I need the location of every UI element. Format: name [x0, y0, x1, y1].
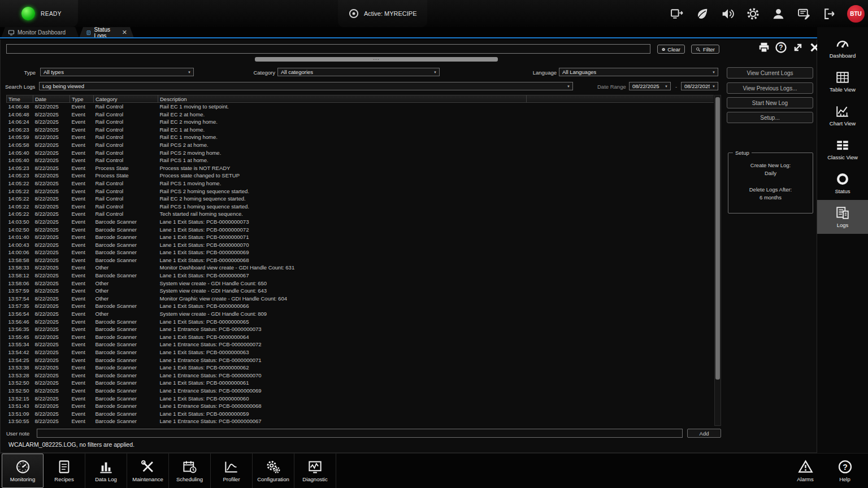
- nav-item-monitoring[interactable]: Monitoring: [2, 454, 44, 488]
- table-row[interactable]: 13:57:358/22/2025EventBarcode ScannerLan…: [7, 302, 714, 310]
- clear-button[interactable]: Clear: [657, 45, 685, 54]
- nav-item-profiler[interactable]: Profiler: [211, 454, 253, 488]
- splitter-grip[interactable]: ...: [255, 57, 498, 62]
- search-logs-dropdown[interactable]: Log being viewed ▼: [39, 82, 573, 90]
- table-row[interactable]: 14:05:408/22/2025EventRail ControlRail P…: [7, 156, 714, 164]
- scrollbar-thumb[interactable]: [715, 97, 720, 380]
- top-bar: READY Active: MYRECIPE: [0, 0, 868, 27]
- table-row[interactable]: 14:06:488/22/2025EventRail ControlRail E…: [7, 103, 714, 111]
- log-search-input[interactable]: [6, 44, 650, 54]
- sidebar-item-status[interactable]: Status: [817, 166, 868, 200]
- alarms-button[interactable]: Alarms: [785, 454, 825, 488]
- column-header-empty[interactable]: [527, 95, 714, 103]
- user-note-input[interactable]: [37, 429, 683, 438]
- language-dropdown[interactable]: All Languages ▼: [559, 68, 718, 76]
- table-row[interactable]: 13:58:068/22/2025EventOtherSystem view c…: [7, 280, 714, 287]
- table-row[interactable]: 13:50:558/22/2025EventBarcode ScannerLan…: [7, 417, 714, 425]
- table-row[interactable]: 13:57:598/22/2025EventOtherSystem view c…: [7, 287, 714, 295]
- table-row[interactable]: 13:55:348/22/2025EventBarcode ScannerLan…: [7, 341, 714, 348]
- table-row[interactable]: 13:51:438/22/2025EventBarcode ScannerLan…: [7, 402, 714, 410]
- table-row[interactable]: 14:05:228/22/2025EventRail ControlRail P…: [7, 188, 714, 195]
- bottom-nav-right: Alarms ? Help: [785, 454, 868, 488]
- tab-close-icon[interactable]: ✕: [122, 29, 127, 36]
- table-row[interactable]: 13:53:288/22/2025EventBarcode ScannerLan…: [7, 372, 714, 380]
- settings-gear-icon[interactable]: [745, 6, 761, 21]
- table-row[interactable]: 13:56:468/22/2025EventBarcode ScannerLan…: [7, 318, 714, 326]
- table-row[interactable]: 13:56:358/22/2025EventBarcode ScannerLan…: [7, 325, 714, 333]
- print-icon[interactable]: [757, 40, 771, 55]
- btu-logo[interactable]: BTU: [847, 5, 865, 23]
- tab-monitor-dashboard[interactable]: Monitor Dashboard: [1, 27, 79, 38]
- column-header-description[interactable]: Description: [158, 95, 527, 103]
- column-header-category[interactable]: Category: [94, 95, 158, 103]
- table-scrollbar[interactable]: [714, 95, 721, 426]
- add-note-button[interactable]: Add: [687, 429, 721, 438]
- table-row[interactable]: 13:56:548/22/2025EventOtherSystem view c…: [7, 310, 714, 318]
- tab-status-logs[interactable]: Status Logs ✕: [79, 27, 134, 38]
- table-row[interactable]: 14:06:488/22/2025EventRail ControlRail E…: [7, 111, 714, 119]
- table-row[interactable]: 14:05:238/22/2025EventProcess StateProce…: [7, 172, 714, 180]
- table-row[interactable]: 13:57:548/22/2025EventOtherMonitor Graph…: [7, 295, 714, 303]
- help-button[interactable]: ? Help: [825, 454, 865, 488]
- nav-item-recipes[interactable]: Recipes: [44, 454, 85, 488]
- view-previous-logs-button[interactable]: View Previous Logs...: [727, 82, 813, 94]
- start-new-log-button[interactable]: Start New Log: [727, 97, 813, 108]
- help-icon[interactable]: ?: [774, 40, 788, 55]
- table-row[interactable]: 14:05:228/22/2025EventRail ControlRail E…: [7, 195, 714, 203]
- column-header-type[interactable]: Type: [70, 95, 94, 103]
- table-row[interactable]: 14:05:598/22/2025EventRail ControlRail E…: [7, 133, 714, 141]
- sidebar-item-table-view[interactable]: Table View: [817, 64, 868, 98]
- nav-item-scheduling[interactable]: Scheduling: [169, 454, 211, 488]
- type-dropdown[interactable]: All types ▼: [40, 68, 194, 76]
- volume-icon[interactable]: [720, 6, 735, 21]
- table-row[interactable]: 13:58:588/22/2025EventBarcode ScannerLan…: [7, 256, 714, 264]
- date-from-dropdown[interactable]: 08/22/2025 ▼: [629, 82, 671, 90]
- nav-item-configuration[interactable]: Configuration: [253, 454, 294, 488]
- sidebar-item-dashboard[interactable]: Dashboard: [817, 30, 868, 64]
- table-row[interactable]: 13:52:508/22/2025EventBarcode ScannerLan…: [7, 379, 714, 387]
- nav-item-maintenance[interactable]: Maintenance: [127, 454, 169, 488]
- sidebar-item-logs[interactable]: Logs: [817, 200, 868, 234]
- table-row[interactable]: 14:00:438/22/2025EventBarcode ScannerLan…: [7, 241, 714, 249]
- eco-leaf-icon[interactable]: [695, 6, 710, 21]
- table-row[interactable]: 13:54:428/22/2025EventBarcode ScannerLan…: [7, 348, 714, 356]
- view-current-logs-button[interactable]: View Current Logs: [727, 67, 813, 79]
- date-to-dropdown[interactable]: 08/22/2025 ▼: [681, 82, 718, 90]
- table-row[interactable]: 13:58:338/22/2025EventOtherMonitor Dashb…: [7, 264, 714, 272]
- table-row[interactable]: 14:00:068/22/2025EventBarcode ScannerLan…: [7, 249, 714, 256]
- table-row[interactable]: 14:01:408/22/2025EventBarcode ScannerLan…: [7, 233, 714, 241]
- table-row[interactable]: 14:03:508/22/2025EventBarcode ScannerLan…: [7, 218, 714, 226]
- table-row[interactable]: 14:05:408/22/2025EventRail ControlRail P…: [7, 149, 714, 157]
- table-row[interactable]: 13:52:508/22/2025EventBarcode ScannerLan…: [7, 387, 714, 395]
- table-row[interactable]: 13:51:098/22/2025EventBarcode ScannerLan…: [7, 410, 714, 418]
- filter-button[interactable]: Filter: [691, 45, 719, 54]
- table-row[interactable]: 13:54:258/22/2025EventBarcode ScannerLan…: [7, 356, 714, 364]
- diagnostic-icon: [307, 459, 323, 474]
- table-row[interactable]: 14:06:238/22/2025EventRail ControlRail E…: [7, 126, 714, 134]
- user-icon[interactable]: [771, 6, 786, 21]
- table-row[interactable]: 14:02:508/22/2025EventBarcode ScannerLan…: [7, 226, 714, 234]
- category-dropdown[interactable]: All categories ▼: [277, 68, 440, 76]
- nav-item-label: Alarms: [797, 476, 814, 482]
- nav-item-diagnostic[interactable]: Diagnostic: [294, 454, 336, 488]
- sidebar-item-classic-view[interactable]: Classic View: [817, 132, 868, 166]
- expand-icon[interactable]: [791, 40, 805, 55]
- logout-icon[interactable]: [822, 6, 837, 21]
- table-row[interactable]: 13:58:128/22/2025EventBarcode ScannerLan…: [7, 272, 714, 280]
- table-row[interactable]: 14:05:228/22/2025EventRail ControlRail P…: [7, 203, 714, 211]
- display-export-icon[interactable]: [669, 6, 684, 21]
- message-edit-icon[interactable]: [796, 6, 811, 21]
- table-row[interactable]: 14:05:588/22/2025EventRail ControlRail P…: [7, 141, 714, 149]
- table-row[interactable]: 14:06:248/22/2025EventRail ControlRail E…: [7, 118, 714, 126]
- table-row[interactable]: 13:53:388/22/2025EventBarcode ScannerLan…: [7, 364, 714, 372]
- nav-item-data-log[interactable]: Data Log: [85, 454, 127, 488]
- table-row[interactable]: 13:52:158/22/2025EventBarcode ScannerLan…: [7, 395, 714, 403]
- table-row[interactable]: 14:05:228/22/2025EventRail ControlTech s…: [7, 210, 714, 218]
- setup-button[interactable]: Setup...: [727, 112, 813, 123]
- sidebar-item-chart-view[interactable]: Chart View: [817, 98, 868, 132]
- table-row[interactable]: 14:05:228/22/2025EventRail ControlRail P…: [7, 180, 714, 188]
- table-row[interactable]: 14:05:238/22/2025EventProcess StateProce…: [7, 164, 714, 172]
- table-row[interactable]: 13:55:458/22/2025EventBarcode ScannerLan…: [7, 333, 714, 341]
- column-header-time[interactable]: Time: [7, 95, 33, 103]
- column-header-date[interactable]: Date: [33, 95, 70, 103]
